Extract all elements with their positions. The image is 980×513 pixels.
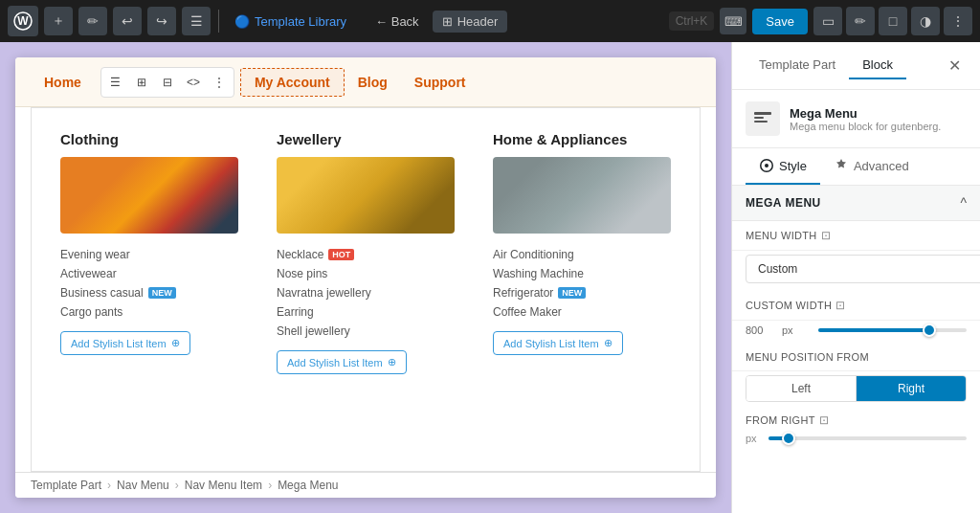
breadcrumb-sep-3: › (268, 479, 272, 492)
header-indicator: ⊞ Header (433, 11, 508, 33)
nav-code-btn[interactable]: <> (181, 70, 206, 95)
editor-canvas: Home ☰ ⊞ ⊟ <> ⋮ My Account Blog Support (15, 57, 716, 498)
undo-button[interactable]: ↩ (113, 7, 142, 35)
add-appliances-item-button[interactable]: Add Stylish List Item ⊕ (493, 331, 623, 355)
list-item[interactable]: Nose pins (277, 264, 455, 283)
desktop-view-button[interactable]: ▭ (813, 7, 842, 35)
template-library-label: Template Library (255, 14, 346, 29)
list-item[interactable]: Washing Machine (493, 264, 671, 283)
breadcrumb-sep-2: › (175, 479, 179, 492)
list-item[interactable]: Air Conditioning (493, 245, 671, 264)
save-button[interactable]: Save (752, 9, 808, 34)
list-item[interactable]: Activewear (60, 264, 238, 283)
redo-button[interactable]: ↪ (147, 7, 176, 35)
edit-mode-button[interactable]: ✏ (846, 7, 875, 35)
list-view-button[interactable]: ☰ (182, 7, 211, 35)
dark-mode-button[interactable]: ◑ (911, 7, 940, 35)
list-item[interactable]: Cargo pants (60, 302, 238, 322)
add-block-button[interactable]: ＋ (44, 7, 73, 35)
tab-style[interactable]: Style (746, 148, 820, 185)
nav-more-btn[interactable]: ⋮ (207, 70, 232, 95)
toolbar-right-icons: ▭ ✏ □ ◑ ⋮ (813, 7, 972, 35)
add-appliances-btn-label: Add Stylish List Item (503, 338, 599, 349)
custom-width-row: 800 px (732, 321, 980, 344)
add-clothing-icon: ⊕ (171, 337, 180, 349)
from-right-header: FROM RIGHT ⊡ (746, 413, 967, 427)
template-library-button[interactable]: 🔵 Template Library (227, 11, 354, 33)
from-right-slider-track[interactable] (768, 436, 967, 440)
tab-advanced[interactable]: Advanced (820, 148, 923, 185)
menu-column-jewellery: Jewellery Necklace HOT Nose pins Navratn… (277, 131, 455, 448)
position-left-button[interactable]: Left (746, 376, 857, 401)
section-header-mega-menu[interactable]: Mega Menu ^ (732, 186, 980, 221)
panel-tabs: Template Part Block (746, 52, 906, 79)
list-item[interactable]: Business casual NEW (60, 283, 238, 302)
edit-tool-button[interactable]: ✏ (78, 7, 107, 35)
from-right-unit: px (746, 433, 763, 444)
list-item[interactable]: Shell jewellery (277, 322, 455, 341)
nav-grid-btn[interactable]: ⊞ (129, 70, 154, 95)
block-info: Mega Menu Mega menu block for gutenberg. (732, 90, 980, 148)
panel-header: Template Part Block ✕ (732, 42, 980, 90)
breadcrumb-item-3[interactable]: Nav Menu Item (185, 479, 262, 492)
main-toolbar: W ＋ ✏ ↩ ↪ ☰ 🔵 Template Library ← Back ⊞ … (0, 0, 980, 42)
tab-block[interactable]: Block (849, 52, 906, 79)
svg-text:W: W (17, 14, 29, 28)
menu-width-label: Menu Width ⊡ (746, 229, 831, 242)
keyboard-icon[interactable]: ⌨ (720, 8, 746, 34)
breadcrumb-sep-1: › (107, 479, 111, 492)
list-item[interactable]: Coffee Maker (493, 302, 671, 322)
from-right-slider-thumb[interactable] (782, 432, 795, 445)
list-item[interactable]: Evening wear (60, 245, 238, 264)
close-panel-button[interactable]: ✕ (943, 55, 967, 77)
block-desc: Mega menu block for gutenberg. (790, 121, 941, 132)
header-label: Header (457, 14, 499, 29)
right-panel: Template Part Block ✕ Mega Menu Mega men… (731, 42, 980, 513)
range-slider-container: 800 px (746, 324, 967, 336)
list-item[interactable]: Necklace HOT (277, 245, 455, 264)
template-library-icon: 🔵 (234, 14, 250, 29)
nav-account-link[interactable]: My Account (240, 68, 345, 97)
nav-home-link[interactable]: Home (31, 69, 95, 96)
from-right-row: FROM RIGHT ⊡ px (732, 410, 980, 452)
appliances-title: Home & Appliances (493, 131, 671, 147)
from-right-label: FROM RIGHT (746, 414, 815, 426)
svg-point-5 (765, 164, 768, 167)
width-slider-track[interactable] (818, 328, 967, 332)
nav-list-btn[interactable]: ☰ (103, 70, 128, 95)
breadcrumb-item-4[interactable]: Mega Menu (278, 479, 338, 492)
custom-width-value: 800 (746, 324, 774, 336)
back-label: ← Back (375, 14, 419, 29)
collapse-icon: ^ (960, 195, 967, 211)
position-right-button[interactable]: Right (857, 376, 966, 401)
nav-blog-link[interactable]: Blog (345, 69, 401, 96)
nav-grid2-btn[interactable]: ⊟ (155, 70, 180, 95)
svg-rect-2 (754, 112, 771, 115)
add-jewellery-item-button[interactable]: Add Stylish List Item ⊕ (277, 350, 407, 374)
nav-support-link[interactable]: Support (401, 69, 479, 96)
list-item[interactable]: Navratna jewellery (277, 283, 455, 302)
tab-template-part[interactable]: Template Part (746, 52, 849, 79)
breadcrumb-item-2[interactable]: Nav Menu (117, 479, 169, 492)
wp-logo[interactable]: W (8, 6, 38, 36)
add-clothing-item-button[interactable]: Add Stylish List Item ⊕ (60, 331, 190, 355)
back-button[interactable]: ← Back (368, 11, 427, 33)
block-title: Mega Menu (790, 106, 941, 121)
add-jewellery-btn-label: Add Stylish List Item (287, 357, 383, 368)
add-jewellery-icon: ⊕ (388, 356, 396, 368)
menu-position-row: Menu Position From (732, 344, 980, 371)
preview-button[interactable]: □ (879, 7, 907, 35)
nav-bar: Home ☰ ⊞ ⊟ <> ⋮ My Account Blog Support (15, 57, 716, 107)
from-right-icon: ⊡ (819, 413, 829, 427)
breadcrumb: Template Part › Nav Menu › Nav Menu Item… (15, 472, 716, 498)
width-slider-thumb[interactable] (923, 323, 936, 337)
section-title: Mega Menu (746, 196, 821, 210)
list-item[interactable]: Refrigerator NEW (493, 283, 671, 302)
more-options-button[interactable]: ⋮ (944, 7, 972, 35)
clothing-image (60, 157, 238, 234)
menu-width-select[interactable]: Custom Full Width Auto (746, 255, 980, 283)
list-item[interactable]: Earring (277, 302, 455, 322)
add-appliances-icon: ⊕ (604, 337, 612, 349)
toolbar-divider (218, 10, 219, 33)
breadcrumb-item-1[interactable]: Template Part (31, 479, 101, 492)
